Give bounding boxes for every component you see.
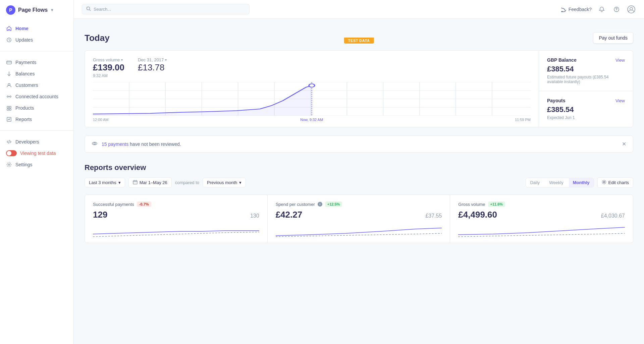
weekly-freq-button[interactable]: Weekly	[545, 178, 567, 187]
chart-meta: Gross volume ▾ £139.00 9:32 AM Dec 31, 2…	[93, 57, 531, 78]
sidebar-item-customers-label: Customers	[15, 82, 38, 88]
sidebar-item-developers[interactable]: Developers	[0, 136, 73, 148]
svg-point-2	[8, 83, 10, 85]
customers-icon	[6, 82, 12, 88]
gross-volume-value: £139.00	[93, 62, 124, 73]
notifications-icon[interactable]	[597, 5, 606, 14]
sidebar-item-connected-accounts[interactable]: Connected accounts	[0, 91, 73, 102]
report-card-2-main: £42.27	[276, 210, 303, 220]
gbp-balance-block: GBP Balance View £385.54 Estimated futur…	[539, 51, 633, 91]
svg-point-15	[630, 7, 633, 10]
report-card-3-values: £4,499.60 £4,030.67	[458, 210, 625, 220]
nav-main: Home Updates	[0, 20, 73, 48]
svg-point-37	[603, 181, 605, 183]
date-dropdown-icon[interactable]: ▾	[165, 58, 167, 62]
report-card-1-title: Successful payments	[93, 202, 134, 207]
pay-out-funds-button[interactable]: Pay out funds	[593, 32, 633, 44]
report-card-2-badge: +12.5%	[325, 202, 342, 207]
nav-bottom: Developers Viewing test data Settings	[0, 133, 73, 173]
report-card-1-compare: 130	[250, 213, 259, 219]
sidebar-item-customers[interactable]: Customers	[0, 79, 73, 91]
today-grid: Gross volume ▾ £139.00 9:32 AM Dec 31, 2…	[85, 50, 633, 127]
sidebar-logo[interactable]: P Page Flows ▾	[0, 0, 73, 20]
sidebar-item-products-label: Products	[15, 105, 34, 111]
sidebar-item-connected-accounts-label: Connected accounts	[15, 94, 58, 99]
help-icon[interactable]	[612, 5, 621, 14]
chart-svg	[93, 82, 531, 116]
sidebar-item-payments[interactable]: Payments	[0, 57, 73, 68]
report-card-1-chart	[93, 224, 259, 237]
app-name: Page Flows	[18, 7, 48, 13]
payouts-amount: £385.54	[547, 105, 625, 114]
report-card-3-title: Gross volume	[458, 202, 485, 207]
date-label: Dec 31, 2017 ▾	[138, 57, 167, 62]
chart-time: 9:32 AM	[93, 73, 124, 78]
settings-icon	[6, 162, 12, 168]
report-card-successful-payments: Successful payments -0.7% 129 130	[85, 195, 268, 243]
monthly-freq-button[interactable]: Monthly	[569, 178, 594, 187]
search-placeholder: Search...	[94, 7, 111, 12]
svg-rect-1	[7, 61, 11, 64]
notification-text: 15 payments have not been reviewed.	[102, 141, 618, 147]
comparison-chevron-icon: ▾	[239, 180, 241, 185]
sidebar-item-reports[interactable]: Reports	[0, 114, 73, 125]
report-cards: Successful payments -0.7% 129 130	[85, 194, 633, 243]
logo-icon: P	[6, 5, 15, 15]
sidebar-item-reports-label: Reports	[15, 117, 32, 122]
reports-icon	[6, 116, 12, 122]
svg-rect-36	[133, 181, 137, 184]
search-bar[interactable]: Search...	[82, 4, 250, 14]
report-card-1-values: 129 130	[93, 210, 259, 220]
sidebar-item-balances[interactable]: Balances	[0, 68, 73, 79]
sidebar-item-test-data[interactable]: Viewing test data	[0, 148, 73, 159]
date-preset-button[interactable]: Mar 1–May 26	[128, 177, 172, 188]
sidebar-item-updates[interactable]: Updates	[0, 34, 73, 46]
payments-icon	[6, 59, 12, 65]
test-data-toggle[interactable]	[6, 150, 17, 156]
gross-volume-dropdown-icon[interactable]: ▾	[121, 58, 123, 62]
payouts-view-link[interactable]: View	[615, 98, 625, 103]
payments-link[interactable]: 15 payments	[102, 141, 128, 147]
date-block: Dec 31, 2017 ▾ £13.78	[138, 57, 167, 78]
report-card-3-header: Gross volume +11.6%	[458, 202, 625, 207]
axis-mid: Now, 9:32 AM	[300, 118, 323, 122]
svg-rect-6	[9, 106, 11, 108]
payouts-block: Payouts View £385.54 Expected Jun 1	[539, 91, 633, 127]
svg-point-11	[87, 7, 90, 10]
sidebar-item-home[interactable]: Home	[0, 23, 73, 34]
close-notification-icon[interactable]: ✕	[622, 141, 626, 147]
comparison-label: Previous month	[207, 180, 237, 185]
report-card-3-chart	[458, 224, 625, 237]
sidebar-item-home-label: Home	[15, 26, 29, 31]
report-card-1-badge: -0.7%	[137, 202, 151, 207]
sidebar-item-payments-label: Payments	[15, 60, 36, 65]
date-range-chevron-icon: ▾	[118, 180, 121, 185]
report-card-3-compare: £4,030.67	[601, 213, 625, 219]
info-icon[interactable]: i	[318, 202, 322, 207]
gbp-balance-amount: £385.54	[547, 65, 625, 73]
main-content: Search... Feedback? TEST DATA Tod	[74, 0, 644, 344]
sidebar-item-settings[interactable]: Settings	[0, 159, 73, 170]
edit-charts-label: Edit charts	[608, 180, 629, 185]
reports-overview: Reports overview Last 3 months ▾ Mar 1–M…	[85, 163, 633, 243]
svg-rect-8	[9, 109, 11, 110]
avatar[interactable]	[627, 5, 636, 14]
svg-point-4	[10, 96, 11, 97]
products-icon	[6, 105, 12, 111]
svg-point-3	[7, 96, 8, 97]
compared-to-label: compared to	[175, 180, 199, 185]
sidebar-item-products[interactable]: Products	[0, 102, 73, 114]
chevron-down-icon: ▾	[51, 8, 53, 12]
feedback-button[interactable]: Feedback?	[561, 7, 592, 12]
edit-charts-button[interactable]: Edit charts	[597, 177, 633, 188]
report-card-2-header: Spend per customer i +12.5%	[276, 202, 442, 207]
comparison-button[interactable]: Previous month ▾	[203, 178, 246, 187]
daily-freq-button[interactable]: Daily	[526, 178, 544, 187]
axis-end: 11:59 PM	[515, 118, 531, 122]
gbp-balance-view-link[interactable]: View	[615, 58, 625, 63]
svg-point-10	[8, 164, 10, 165]
balance-panel: GBP Balance View £385.54 Estimated futur…	[539, 51, 633, 127]
date-range-button[interactable]: Last 3 months ▾	[85, 178, 125, 187]
report-card-3-main: £4,499.60	[458, 210, 497, 220]
frequency-group: Daily Weekly Monthly	[526, 178, 594, 187]
